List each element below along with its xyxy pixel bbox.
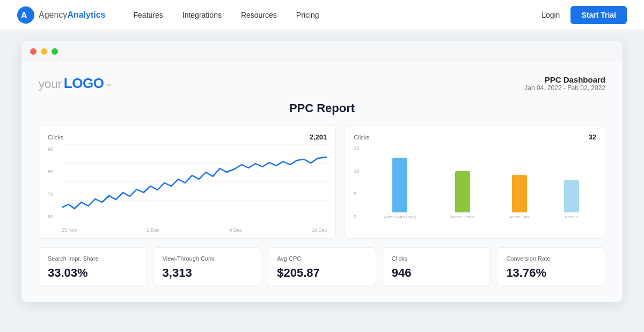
bar-chart-label: Clicks [354, 134, 369, 141]
svg-text:A: A [21, 11, 27, 20]
stat-label-3: Clicks [392, 255, 482, 262]
nav-link-integrations[interactable]: Integrations [182, 11, 222, 19]
stat-value-3: 946 [392, 266, 482, 280]
x-label-2dec: 2 Dec [147, 227, 160, 233]
stat-label-2: Avg CPC [277, 255, 367, 262]
browser-window: your LOGO ™ PPC Dashboard Jan 04, 2022 -… [21, 41, 623, 302]
y-label-90: 90 [48, 146, 53, 152]
bar-group-2: Acme Dental [450, 171, 475, 219]
navbar: A AgencyAnalytics Features Integrations … [0, 0, 644, 30]
window-maximize-dot[interactable] [52, 48, 58, 55]
stat-card-view-through: View-Through Conv. 3,313 [153, 247, 262, 287]
stats-row: Search Impr. Share 33.03% View-Through C… [39, 247, 605, 287]
stat-card-conversion-rate: Conversion Rate 13.76% [497, 247, 605, 287]
stat-card-search-impr: Search Impr. Share 33.03% [39, 247, 147, 287]
nav-link-features[interactable]: Features [134, 11, 163, 19]
main-area: your LOGO ™ PPC Dashboard Jan 04, 2022 -… [0, 30, 644, 332]
stat-value-4: 13.76% [506, 266, 596, 280]
bar-group-4: default [564, 180, 579, 219]
dash-title-area: PPC Dashboard Jan 04, 2022 - Feb 02, 202… [524, 75, 605, 92]
bar-group-3: Acme Law [509, 175, 529, 219]
bar-label-1: Acme Auto Body [384, 215, 415, 219]
x-label-9dec: 9 Dec [229, 227, 242, 233]
line-chart-header: Clicks 2,201 [48, 133, 327, 141]
bar-acme-law [512, 175, 527, 212]
line-chart-label: Clicks [48, 134, 63, 141]
bar-default [564, 180, 579, 212]
start-trial-button[interactable]: Start Trial [570, 6, 627, 24]
nav-link-pricing[interactable]: Pricing [296, 11, 319, 19]
bar-y-15: 15 [354, 145, 359, 151]
line-chart-value: 2,201 [310, 133, 327, 141]
bar-chart-area: 15 10 5 0 Acme Auto Body [354, 144, 596, 233]
logo-area: your LOGO ™ [39, 75, 111, 92]
stat-card-clicks: Clicks 946 [383, 247, 491, 287]
nav-logo[interactable]: A AgencyAnalytics [17, 6, 106, 24]
x-label-16dec: 16 Dec [312, 227, 327, 233]
bars-container: Acme Auto Body Acme Dental Acme Law [367, 144, 596, 219]
nav-links: Features Integrations Resources Pricing [134, 11, 521, 19]
bar-acme-auto-body [392, 158, 407, 212]
logo-bold-text: LOGO [64, 75, 104, 92]
y-label-80: 80 [48, 169, 53, 174]
nav-link-resources[interactable]: Resources [241, 11, 277, 19]
login-link[interactable]: Login [541, 11, 560, 19]
report-title: PPC Report [39, 101, 605, 115]
stat-card-avg-cpc: Avg CPC $205.87 [268, 247, 376, 287]
bar-acme-dental [455, 171, 470, 212]
bar-label-3: Acme Law [509, 215, 529, 219]
line-chart-card: Clicks 2,201 90 80 70 60 [39, 125, 336, 239]
bar-y-5: 5 [354, 191, 359, 196]
window-minimize-dot[interactable] [41, 48, 47, 55]
bar-label-4: default [565, 215, 578, 219]
x-label-25nov: 25 Nov [62, 227, 77, 233]
stat-label-0: Search Impr. Share [48, 255, 138, 262]
dashboard: your LOGO ™ PPC Dashboard Jan 04, 2022 -… [21, 62, 623, 302]
bar-label-2: Acme Dental [450, 215, 475, 219]
charts-row: Clicks 2,201 90 80 70 60 [39, 125, 605, 239]
logo-your-text: your [39, 77, 62, 91]
bar-y-0: 0 [354, 214, 359, 219]
bar-y-10: 10 [354, 168, 359, 174]
bar-chart-value: 32 [589, 133, 596, 141]
stat-label-4: Conversion Rate [506, 255, 596, 262]
line-chart-svg [62, 144, 327, 219]
bar-group-1: Acme Auto Body [384, 158, 415, 219]
stat-label-1: View-Through Conv. [163, 255, 253, 262]
y-label-60: 60 [48, 214, 53, 219]
dash-title: PPC Dashboard [524, 75, 605, 84]
dash-header: your LOGO ™ PPC Dashboard Jan 04, 2022 -… [39, 75, 605, 92]
line-chart-area: 90 80 70 60 [48, 144, 327, 233]
stat-value-0: 33.03% [48, 266, 138, 280]
browser-titlebar [21, 41, 623, 62]
stat-value-2: $205.87 [277, 266, 367, 280]
y-label-70: 70 [48, 191, 53, 197]
window-close-dot[interactable] [30, 48, 36, 55]
nav-right: Login Start Trial [541, 6, 627, 24]
logo-tm: ™ [106, 83, 111, 89]
bar-chart-card: Clicks 32 15 10 5 0 [345, 125, 605, 239]
nav-logo-text: AgencyAnalytics [39, 10, 106, 20]
stat-value-1: 3,313 [163, 266, 253, 280]
agency-analytics-icon: A [17, 6, 34, 24]
dash-date: Jan 04, 2022 - Feb 02, 2022 [524, 84, 605, 92]
bar-chart-header: Clicks 32 [354, 133, 596, 141]
